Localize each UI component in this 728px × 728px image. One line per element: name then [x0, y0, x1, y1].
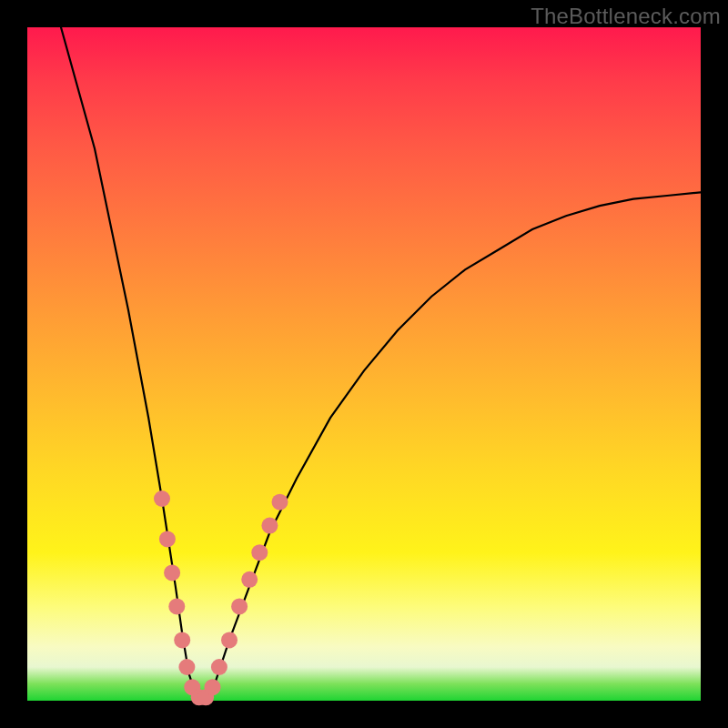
highlight-dot: [231, 598, 248, 614]
chart-svg: [27, 27, 701, 701]
highlight-dot: [154, 490, 170, 507]
highlight-dots-group: [154, 490, 288, 705]
highlight-dot: [261, 518, 278, 534]
highlight-dot: [241, 571, 258, 588]
highlight-dot: [168, 598, 185, 614]
chart-frame: TheBottleneck.com: [0, 0, 728, 728]
highlight-dot: [178, 659, 195, 675]
highlight-dot: [251, 544, 268, 561]
highlight-dot: [272, 494, 288, 511]
highlight-dot: [205, 679, 221, 695]
plot-area: [27, 27, 701, 701]
highlight-dot: [174, 632, 190, 648]
highlight-dot: [211, 659, 228, 675]
highlight-dot: [221, 632, 238, 648]
highlight-dot: [164, 564, 180, 581]
highlight-dot: [159, 531, 176, 547]
watermark-text: TheBottleneck.com: [531, 4, 721, 29]
bottleneck-curve-path: [61, 27, 701, 701]
